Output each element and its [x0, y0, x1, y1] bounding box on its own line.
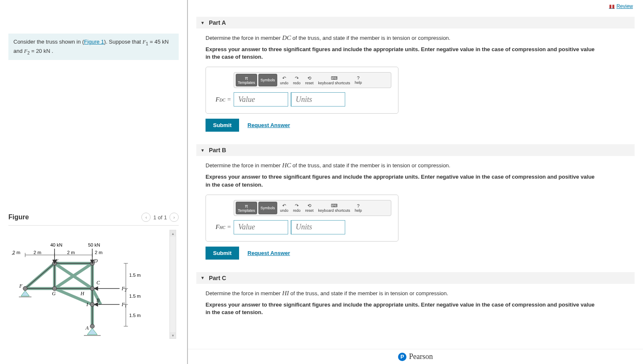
redo-button[interactable]: ↷redo	[292, 202, 302, 214]
help-button[interactable]: ?help	[353, 74, 364, 86]
part-a-section: ▼ Part A Determine the force in member D…	[196, 17, 635, 136]
svg-text:2 m: 2 m	[67, 250, 75, 255]
svg-point-19	[23, 286, 27, 291]
part-b-answer-box: πTemplates Symbols ↶undo ↷redo ⟲reset ⌨k…	[206, 195, 398, 242]
figure-title: Figure	[8, 213, 29, 221]
redo-button[interactable]: ↷redo	[292, 74, 302, 86]
footer-brand: Pearson	[409, 352, 433, 361]
part-a-header[interactable]: ▼ Part A	[196, 17, 635, 29]
svg-text:2 m: 2 m	[95, 250, 102, 255]
part-b-value-input[interactable]	[234, 220, 288, 234]
svg-marker-28	[87, 328, 97, 335]
f1-var: F	[143, 39, 146, 45]
part-a-hint: Express your answer to three significant…	[206, 46, 600, 61]
svg-text:C: C	[96, 280, 100, 286]
footer: P Pearson	[188, 349, 643, 364]
part-c-question: Determine the force in member HI of the …	[206, 290, 635, 297]
svg-marker-37	[94, 303, 98, 306]
part-a-submit-button[interactable]: Submit	[206, 119, 239, 132]
caret-down-icon: ▼	[200, 21, 205, 25]
part-b-title: Part B	[209, 147, 226, 153]
review-link[interactable]: ▮▮ Review	[609, 3, 633, 9]
problem-end: .	[50, 48, 53, 54]
right-pane: ▮▮ Review ▼ Part A Determine the force i…	[188, 0, 643, 364]
undo-button[interactable]: ↶undo	[279, 74, 290, 86]
svg-text:2 m: 2 m	[13, 250, 20, 255]
problem-statement: Consider the truss shown in (Figure 1). …	[8, 34, 179, 60]
caret-down-icon: ▼	[200, 148, 205, 153]
part-a-question: Determine the force in member DC of the …	[206, 34, 635, 42]
reset-button[interactable]: ⟲reset	[304, 202, 315, 214]
svg-text:2 m: 2 m	[34, 250, 41, 255]
left-pane: Consider the truss shown in (Figure 1). …	[0, 0, 188, 364]
svg-text:A: A	[85, 325, 89, 331]
svg-line-12	[25, 263, 55, 289]
answer-toolbar: πTemplates Symbols ↶undo ↷redo ⟲reset ⌨k…	[234, 200, 391, 216]
part-b-hint: Express your answer to three significant…	[206, 173, 600, 188]
part-a-answer-box: πTemplates Symbols ↶undo ↷redo ⟲reset ⌨k…	[206, 67, 398, 114]
part-b-submit-button[interactable]: Submit	[206, 247, 239, 260]
figure-prev-button[interactable]: ‹	[141, 213, 151, 222]
problem-text-mid: ). Suppose that	[104, 39, 143, 45]
part-a-title: Part A	[209, 19, 226, 26]
caret-down-icon: ▼	[200, 276, 205, 280]
templates-button[interactable]: πTemplates	[236, 74, 257, 86]
svg-text:D: D	[94, 258, 98, 264]
svg-point-25	[90, 324, 94, 328]
problem-text-prefix: Consider the truss shown in (	[13, 39, 84, 45]
part-c-hint: Express your answer to three significant…	[206, 301, 600, 316]
scroll-up-icon[interactable]: ▴	[170, 230, 176, 237]
svg-marker-35	[94, 287, 98, 290]
flag-icon: ▮▮	[609, 3, 615, 9]
help-button[interactable]: ?help	[353, 202, 364, 214]
figure-link[interactable]: Figure 1	[84, 39, 104, 45]
figure-scrollbar[interactable]: ▴ ▾	[169, 230, 176, 339]
part-b-header[interactable]: ▼ Part B	[196, 144, 635, 156]
part-c-header[interactable]: ▼ Part C	[196, 272, 635, 284]
figure-counter: 1 of 1	[153, 214, 167, 221]
part-b-section: ▼ Part B Determine the force in member H…	[196, 144, 635, 263]
keyboard-button[interactable]: ⌨keyboard shortcuts	[317, 202, 352, 214]
svg-text:1.5 m: 1.5 m	[129, 273, 141, 278]
svg-text:40 kN: 40 kN	[50, 242, 62, 247]
answer-toolbar: πTemplates Symbols ↶undo ↷redo ⟲reset ⌨k…	[234, 72, 391, 88]
part-a-request-answer-link[interactable]: Request Answer	[247, 122, 290, 128]
keyboard-button[interactable]: ⌨keyboard shortcuts	[317, 74, 352, 86]
review-label: Review	[617, 3, 633, 9]
figure-nav: ‹ 1 of 1 ›	[141, 213, 179, 222]
svg-text:H: H	[80, 291, 85, 296]
svg-text:1.5 m: 1.5 m	[129, 313, 141, 318]
pearson-logo-icon: P	[398, 353, 406, 361]
svg-text:F: F	[19, 283, 23, 289]
f1-eq: = 45 kN	[148, 39, 169, 45]
part-c-title: Part C	[209, 275, 226, 281]
svg-point-22	[52, 286, 57, 291]
figure-next-button[interactable]: ›	[169, 213, 179, 222]
symbols-button[interactable]: Symbols	[258, 74, 277, 86]
truss-figure: 40 kN 50 kN 2 m 2 m ← 1.5 m 1.5 m 1.5 m …	[8, 230, 168, 339]
svg-text:50 kN: 50 kN	[88, 242, 100, 247]
svg-text:1.5 m: 1.5 m	[129, 294, 141, 299]
part-b-variable: FHC =	[213, 224, 231, 231]
f2-eq: = 20 kN	[30, 48, 50, 54]
part-b-units-input[interactable]	[291, 220, 345, 234]
scroll-down-icon[interactable]: ▾	[170, 332, 176, 338]
undo-button[interactable]: ↶undo	[279, 202, 290, 214]
svg-text:G: G	[52, 291, 56, 296]
templates-button[interactable]: πTemplates	[236, 202, 257, 214]
problem-and: and	[13, 48, 24, 54]
figure-section: Figure ‹ 1 of 1 ›	[8, 213, 179, 339]
part-a-variable: FDC =	[213, 96, 231, 103]
symbols-button[interactable]: Symbols	[258, 202, 277, 214]
part-a-units-input[interactable]	[291, 92, 345, 107]
part-b-question: Determine the force in member HC of the …	[206, 162, 635, 169]
svg-text:B: B	[96, 297, 100, 303]
svg-marker-26	[21, 291, 29, 296]
svg-text:E: E	[55, 258, 59, 264]
part-a-value-input[interactable]	[234, 92, 288, 107]
part-b-request-answer-link[interactable]: Request Answer	[247, 250, 290, 256]
part-c-section: ▼ Part C Determine the force in member H…	[196, 272, 635, 326]
reset-button[interactable]: ⟲reset	[304, 74, 315, 86]
